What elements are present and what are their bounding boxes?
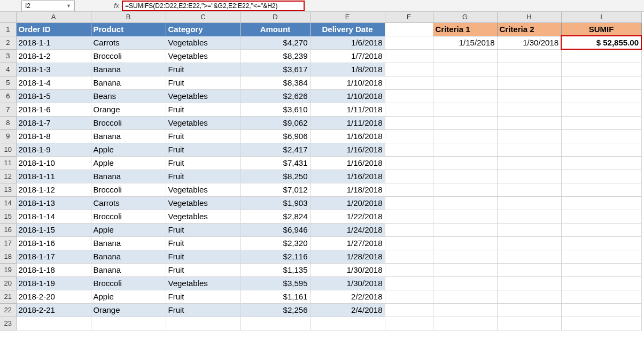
row-header-17[interactable]: 17 bbox=[0, 236, 16, 250]
cell-A14[interactable]: 2018-1-13 bbox=[16, 196, 91, 210]
cell-A7[interactable]: 2018-1-6 bbox=[16, 103, 91, 116]
cell-F4[interactable] bbox=[385, 63, 433, 76]
cell-B6[interactable]: Beans bbox=[91, 89, 166, 103]
cell-D5[interactable]: $8,384 bbox=[240, 76, 310, 89]
cell-G14[interactable] bbox=[433, 196, 497, 210]
cell-E7[interactable]: 1/11/2018 bbox=[310, 103, 385, 116]
cell-E12[interactable]: 1/16/2018 bbox=[310, 170, 385, 183]
cell-B14[interactable]: Carrots bbox=[91, 196, 166, 210]
cell-B23[interactable] bbox=[91, 317, 166, 330]
name-box[interactable]: I2 ▼ bbox=[21, 1, 75, 11]
cell-A10[interactable]: 2018-1-9 bbox=[16, 143, 91, 156]
cell-D23[interactable] bbox=[240, 317, 310, 330]
cell-E23[interactable] bbox=[310, 317, 385, 330]
cell-G19[interactable] bbox=[433, 263, 497, 276]
cell-I21[interactable] bbox=[561, 290, 641, 303]
row-header-13[interactable]: 13 bbox=[0, 183, 16, 196]
cell-G22[interactable] bbox=[433, 303, 497, 317]
cell-D12[interactable]: $8,250 bbox=[240, 170, 310, 183]
cell-H11[interactable] bbox=[497, 156, 561, 170]
cell-F8[interactable] bbox=[385, 116, 433, 129]
cell-I11[interactable] bbox=[561, 156, 641, 170]
cell-E17[interactable]: 1/27/2018 bbox=[310, 236, 385, 250]
cell-I19[interactable] bbox=[561, 263, 641, 276]
cell-H3[interactable] bbox=[497, 49, 561, 63]
cell-D10[interactable]: $2,417 bbox=[240, 143, 310, 156]
row-header-23[interactable]: 23 bbox=[0, 317, 16, 330]
cell-F2[interactable] bbox=[385, 36, 433, 49]
cell-C15[interactable]: Vegetables bbox=[166, 210, 240, 223]
cell-E20[interactable]: 1/30/2018 bbox=[310, 276, 385, 290]
cell-F5[interactable] bbox=[385, 76, 433, 89]
cell-A13[interactable]: 2018-1-12 bbox=[16, 183, 91, 196]
cell-B17[interactable]: Banana bbox=[91, 236, 166, 250]
cell-D22[interactable]: $2,256 bbox=[240, 303, 310, 317]
cell-F6[interactable] bbox=[385, 89, 433, 103]
cell-B7[interactable]: Orange bbox=[91, 103, 166, 116]
cell-A4[interactable]: 2018-1-3 bbox=[16, 63, 91, 76]
row-header-14[interactable]: 14 bbox=[0, 196, 16, 210]
cell-E4[interactable]: 1/8/2018 bbox=[310, 63, 385, 76]
column-header-G[interactable]: G bbox=[433, 12, 497, 22]
cell-C7[interactable]: Fruit bbox=[166, 103, 240, 116]
cell-A3[interactable]: 2018-1-2 bbox=[16, 49, 91, 63]
cell-E14[interactable]: 1/20/2018 bbox=[310, 196, 385, 210]
cell-F20[interactable] bbox=[385, 276, 433, 290]
cell-C18[interactable]: Fruit bbox=[166, 250, 240, 263]
cell-E19[interactable]: 1/30/2018 bbox=[310, 263, 385, 276]
cell-A15[interactable]: 2018-1-14 bbox=[16, 210, 91, 223]
column-header-B[interactable]: B bbox=[91, 12, 166, 22]
cell-F16[interactable] bbox=[385, 223, 433, 236]
cell-H8[interactable] bbox=[497, 116, 561, 129]
cell-I22[interactable] bbox=[561, 303, 641, 317]
cell-B10[interactable]: Apple bbox=[91, 143, 166, 156]
cell-A6[interactable]: 2018-1-5 bbox=[16, 89, 91, 103]
cell-I9[interactable] bbox=[561, 129, 641, 143]
cell-F13[interactable] bbox=[385, 183, 433, 196]
cell-H19[interactable] bbox=[497, 263, 561, 276]
cell-H14[interactable] bbox=[497, 196, 561, 210]
cell-D2[interactable]: $4,270 bbox=[240, 36, 310, 49]
cell-D16[interactable]: $6,946 bbox=[240, 223, 310, 236]
name-box-dropdown-icon[interactable]: ▼ bbox=[66, 3, 71, 9]
cell-A16[interactable]: 2018-1-15 bbox=[16, 223, 91, 236]
row-header-6[interactable]: 6 bbox=[0, 89, 16, 103]
cell-C20[interactable]: Vegetables bbox=[166, 276, 240, 290]
cell-F1[interactable] bbox=[385, 22, 433, 36]
cell-B18[interactable]: Banana bbox=[91, 250, 166, 263]
cell-H18[interactable] bbox=[497, 250, 561, 263]
cell-E5[interactable]: 1/10/2018 bbox=[310, 76, 385, 89]
cell-G7[interactable] bbox=[433, 103, 497, 116]
row-header-21[interactable]: 21 bbox=[0, 290, 16, 303]
cell-F7[interactable] bbox=[385, 103, 433, 116]
cell-I8[interactable] bbox=[561, 116, 641, 129]
cell-C16[interactable]: Fruit bbox=[166, 223, 240, 236]
cell-A2[interactable]: 2018-1-1 bbox=[16, 36, 91, 49]
cell-D13[interactable]: $7,012 bbox=[240, 183, 310, 196]
cell-B13[interactable]: Broccoli bbox=[91, 183, 166, 196]
column-header-E[interactable]: E bbox=[310, 12, 385, 22]
cell-I15[interactable] bbox=[561, 210, 641, 223]
cell-B16[interactable]: Apple bbox=[91, 223, 166, 236]
cell-F11[interactable] bbox=[385, 156, 433, 170]
cell-F17[interactable] bbox=[385, 236, 433, 250]
cell-E21[interactable]: 2/2/2018 bbox=[310, 290, 385, 303]
cell-B5[interactable]: Banana bbox=[91, 76, 166, 89]
cell-E15[interactable]: 1/22/2018 bbox=[310, 210, 385, 223]
column-header-A[interactable]: A bbox=[16, 12, 91, 22]
cell-H16[interactable] bbox=[497, 223, 561, 236]
cell-H20[interactable] bbox=[497, 276, 561, 290]
cell-E8[interactable]: 1/11/2018 bbox=[310, 116, 385, 129]
row-header-11[interactable]: 11 bbox=[0, 156, 16, 170]
cell-F23[interactable] bbox=[385, 317, 433, 330]
cell-E3[interactable]: 1/7/2018 bbox=[310, 49, 385, 63]
cell-G9[interactable] bbox=[433, 129, 497, 143]
cell-E10[interactable]: 1/16/2018 bbox=[310, 143, 385, 156]
cell-H1[interactable]: Criteria 2 bbox=[497, 22, 561, 36]
cell-A1[interactable]: Order ID bbox=[16, 22, 91, 36]
cell-F9[interactable] bbox=[385, 129, 433, 143]
cell-H4[interactable] bbox=[497, 63, 561, 76]
cell-D21[interactable]: $1,161 bbox=[240, 290, 310, 303]
cell-H15[interactable] bbox=[497, 210, 561, 223]
cell-E13[interactable]: 1/18/2018 bbox=[310, 183, 385, 196]
